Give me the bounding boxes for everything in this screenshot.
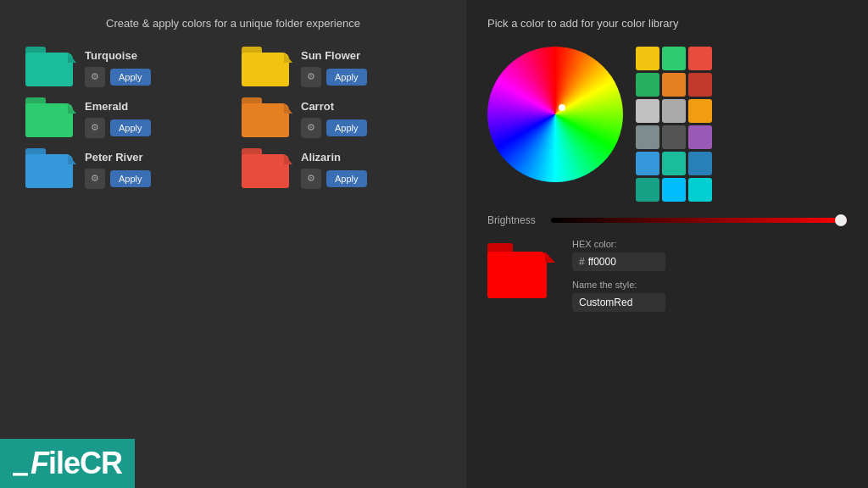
watermark-text: FileCR — [31, 446, 122, 481]
hex-field-group: HEX color: # — [572, 239, 665, 271]
color-swatch[interactable] — [662, 178, 686, 202]
color-info: Carrot⚙Apply — [301, 100, 367, 138]
color-item: Carrot⚙Apply — [242, 97, 441, 140]
brightness-slider[interactable] — [551, 218, 847, 223]
color-item: Peter River⚙Apply — [25, 148, 225, 191]
color-actions: ⚙Apply — [85, 169, 151, 189]
hex-name-area: HEX color: # Name the style: — [572, 239, 665, 312]
folder-icon — [25, 47, 76, 89]
hex-label: HEX color: — [572, 239, 665, 249]
preview-folder-body — [487, 252, 547, 298]
color-swatch[interactable] — [636, 125, 659, 149]
color-swatch[interactable] — [688, 47, 712, 70]
color-icon-button[interactable]: ⚙ — [301, 67, 321, 87]
color-item: Emerald⚙Apply — [25, 97, 225, 140]
folder-icon — [242, 47, 292, 89]
color-swatch[interactable] — [662, 47, 686, 70]
color-info: Sun Flower⚙Apply — [301, 49, 367, 87]
color-actions: ⚙Apply — [85, 118, 151, 138]
color-picker-area — [487, 47, 847, 202]
color-icon-button[interactable]: ⚙ — [85, 67, 105, 87]
swatches-palette — [636, 47, 712, 202]
color-name: Carrot — [301, 100, 367, 113]
color-name: Emerald — [85, 100, 151, 113]
color-swatch[interactable] — [688, 178, 712, 202]
folder-icon — [25, 148, 76, 191]
color-icon-button[interactable]: ⚙ — [301, 169, 321, 189]
right-panel: Pick a color to add for your color libra… — [466, 0, 868, 488]
color-swatch[interactable] — [688, 73, 712, 97]
color-icon-button[interactable]: ⚙ — [301, 118, 321, 138]
color-swatch[interactable] — [662, 125, 686, 149]
apply-button[interactable]: Apply — [326, 69, 367, 86]
brightness-thumb[interactable] — [835, 214, 847, 226]
left-panel: Create & apply colors for a unique folde… — [0, 0, 466, 488]
style-name-input[interactable] — [572, 293, 665, 312]
brightness-row: Brightness — [487, 214, 847, 226]
color-info: Peter River⚙Apply — [85, 151, 151, 189]
color-swatch[interactable] — [636, 99, 659, 123]
preview-folder — [487, 243, 555, 319]
color-icon-button[interactable]: ⚙ — [85, 118, 105, 138]
wheel-cursor — [559, 104, 565, 111]
color-swatch[interactable] — [662, 99, 686, 123]
apply-button[interactable]: Apply — [326, 119, 367, 136]
color-wheel[interactable] — [487, 47, 623, 182]
color-swatch[interactable] — [636, 178, 659, 202]
hex-input[interactable] — [588, 256, 648, 268]
name-label: Name the style: — [572, 280, 665, 290]
color-swatch[interactable] — [688, 152, 712, 175]
apply-button[interactable]: Apply — [110, 170, 151, 187]
color-name: Sun Flower — [301, 49, 367, 62]
color-name: Turquoise — [85, 49, 151, 62]
color-name: Alizarin — [301, 151, 367, 164]
right-panel-title: Pick a color to add for your color libra… — [487, 17, 847, 30]
color-swatch[interactable] — [662, 152, 686, 175]
color-item: Alizarin⚙Apply — [242, 148, 441, 191]
apply-button[interactable]: Apply — [110, 69, 151, 86]
color-swatch[interactable] — [688, 125, 712, 149]
color-item: Turquoise⚙Apply — [25, 47, 225, 89]
left-panel-title: Create & apply colors for a unique folde… — [25, 17, 441, 30]
color-actions: ⚙Apply — [85, 67, 151, 87]
color-grid: Turquoise⚙ApplySun Flower⚙ApplyEmerald⚙A… — [25, 47, 441, 191]
color-actions: ⚙Apply — [301, 118, 367, 138]
color-actions: ⚙Apply — [301, 67, 367, 87]
folder-icon — [242, 97, 292, 140]
color-swatch[interactable] — [662, 73, 686, 97]
color-swatch[interactable] — [688, 99, 712, 123]
color-swatch[interactable] — [636, 152, 659, 175]
preview-folder-ear — [545, 252, 555, 263]
color-wheel-container[interactable] — [487, 47, 623, 182]
color-actions: ⚙Apply — [301, 169, 367, 189]
bottom-row: HEX color: # Name the style: — [487, 239, 847, 319]
hex-input-row: # — [572, 252, 665, 271]
name-field-group: Name the style: — [572, 280, 665, 312]
watermark: ⎯ FileCR — [0, 439, 135, 488]
color-info: Emerald⚙Apply — [85, 100, 151, 138]
brightness-label: Brightness — [487, 214, 542, 226]
color-swatch[interactable] — [636, 73, 659, 97]
color-item: Sun Flower⚙Apply — [242, 47, 441, 89]
color-info: Alizarin⚙Apply — [301, 151, 367, 189]
hex-hash: # — [579, 256, 585, 268]
color-swatch[interactable] — [636, 47, 659, 70]
color-info: Turquoise⚙Apply — [85, 49, 151, 87]
apply-button[interactable]: Apply — [110, 119, 151, 136]
color-name: Peter River — [85, 151, 151, 164]
folder-icon — [242, 148, 292, 191]
watermark-icon: ⎯ — [13, 450, 27, 477]
color-icon-button[interactable]: ⚙ — [85, 169, 105, 189]
apply-button[interactable]: Apply — [326, 170, 367, 187]
folder-icon — [25, 97, 76, 140]
